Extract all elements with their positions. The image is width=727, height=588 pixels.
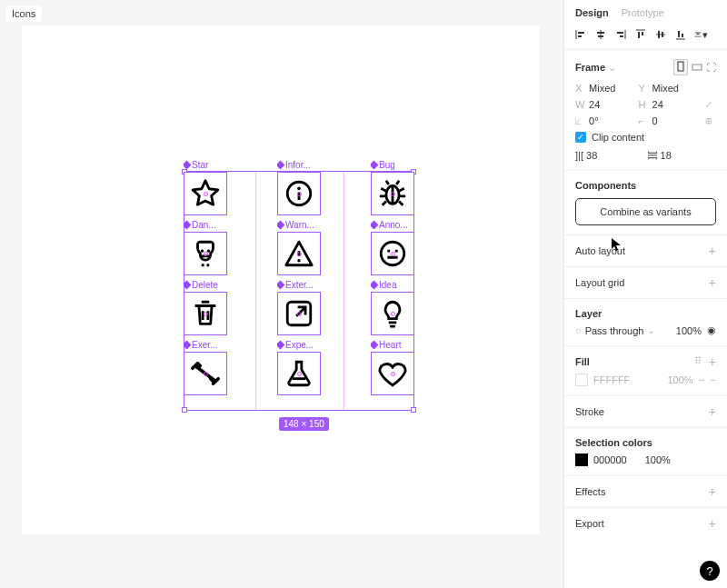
resize-portrait-icon[interactable]	[673, 59, 688, 75]
component-label: Infor...	[277, 160, 321, 170]
component-label: Exer...	[184, 340, 227, 350]
anno-icon[interactable]	[371, 232, 414, 275]
fill-styles-icon[interactable]: ⠿	[694, 355, 702, 368]
vgap-icon: ]|[	[648, 152, 659, 160]
align-left-icon[interactable]	[573, 27, 588, 42]
tab-prototype[interactable]: Prototype	[622, 7, 664, 18]
add-effect-button[interactable]: +	[709, 485, 716, 498]
component-label: Anno...	[371, 220, 414, 230]
danger-icon[interactable]	[184, 232, 227, 275]
align-hcenter-icon[interactable]	[593, 27, 608, 42]
add-layout-grid-button[interactable]: +	[709, 276, 716, 289]
opacity-input[interactable]: 100%	[676, 325, 702, 336]
exercise-component[interactable]: Exer...	[184, 340, 227, 395]
components-section: Components Combine as variants	[564, 171, 727, 235]
component-label: Delete	[184, 280, 227, 290]
star-icon[interactable]	[184, 172, 227, 215]
hgap-input[interactable]: 38	[586, 150, 597, 161]
bug-icon[interactable]	[371, 172, 414, 215]
fill-hex[interactable]: FFFFFF	[593, 374, 630, 385]
component-label: Dan...	[184, 220, 227, 230]
align-vcenter-icon[interactable]	[653, 27, 668, 42]
component-label: Expe...	[277, 340, 321, 350]
anno-component[interactable]: Anno...	[371, 220, 414, 275]
resize-landscape-icon[interactable]	[692, 62, 702, 73]
clip-content-checkbox[interactable]: ✓	[575, 132, 586, 143]
effects-label: Effects	[575, 486, 605, 497]
experiment-icon[interactable]	[277, 352, 321, 395]
external-icon[interactable]	[277, 292, 321, 335]
canvas-frame[interactable]: 148 × 150 StarInfor...BugDan...Warn...An…	[22, 25, 540, 534]
blend-mode-select[interactable]: Pass through	[585, 325, 644, 336]
mouse-cursor	[611, 237, 622, 254]
heart-component[interactable]: Heart	[371, 340, 414, 395]
fill-swatch[interactable]	[575, 374, 588, 386]
radius-icon: ⌐	[639, 115, 650, 126]
exercise-icon[interactable]	[184, 352, 227, 395]
rotation-icon: ⟀	[575, 115, 586, 126]
resize-fit-icon[interactable]: ⛶	[706, 62, 716, 73]
canvas-area[interactable]: Icons 148 × 150 StarInfor...BugDan...War…	[0, 0, 563, 588]
selection-color-hex[interactable]: 000000	[593, 454, 627, 465]
hgap-icon: ]|[	[575, 150, 583, 161]
component-label: Star	[184, 160, 227, 170]
bug-component[interactable]: Bug	[371, 160, 414, 215]
add-export-button[interactable]: +	[709, 517, 716, 530]
lock-aspect-icon[interactable]: ⤢	[702, 100, 716, 109]
heart-icon[interactable]	[371, 352, 414, 395]
info-icon[interactable]	[277, 172, 321, 215]
align-right-icon[interactable]	[613, 27, 628, 42]
tab-design[interactable]: Design	[575, 7, 609, 18]
component-label: Bug	[371, 160, 414, 170]
warn-icon[interactable]	[277, 232, 321, 275]
blend-icon: ○	[575, 325, 582, 336]
delete-icon[interactable]	[184, 292, 227, 335]
warn-component[interactable]: Warn...	[277, 220, 321, 275]
combine-as-variants-button[interactable]: Combine as variants	[575, 198, 716, 225]
experiment-component[interactable]: Expe...	[277, 340, 321, 395]
page-label: Icons	[5, 5, 42, 22]
independent-corners-icon[interactable]: ⊞	[702, 116, 716, 125]
star-component[interactable]: Star	[184, 160, 227, 215]
fill-hidden-icon[interactable]: ╌	[699, 374, 705, 386]
frame-label[interactable]: Frame	[575, 62, 605, 73]
info-component[interactable]: Infor...	[277, 160, 321, 215]
external-component[interactable]: Exter...	[277, 280, 321, 335]
component-label: Exter...	[277, 280, 321, 290]
y-input[interactable]: Mixed	[652, 83, 679, 94]
add-fill-button[interactable]: +	[709, 355, 716, 368]
add-stroke-button[interactable]: +	[709, 405, 716, 418]
inspector-panel: Design Prototype ▾ Frame ⌄ ⛶ X Mixed	[563, 0, 727, 588]
fill-opacity[interactable]: 100%	[667, 374, 692, 385]
help-button[interactable]: ?	[700, 561, 720, 581]
x-input[interactable]: Mixed	[589, 83, 615, 94]
distribute-icon[interactable]: ▾	[693, 27, 708, 42]
idea-component[interactable]: Idea	[371, 280, 414, 335]
h-input[interactable]: 24	[652, 99, 663, 110]
vgap-input[interactable]: 18	[661, 150, 672, 161]
align-top-icon[interactable]	[633, 27, 648, 42]
frame-section: Frame ⌄ ⛶ X Mixed Y Mixed W 24 H 24 ⤢ ⟀ …	[564, 50, 727, 171]
align-bottom-icon[interactable]	[673, 27, 688, 42]
add-auto-layout-button[interactable]: +	[709, 244, 716, 257]
svg-rect-1	[692, 65, 702, 70]
rotation-input[interactable]: 0°	[589, 115, 599, 126]
selection-color-opacity[interactable]: 100%	[645, 454, 671, 465]
delete-component[interactable]: Delete	[184, 280, 227, 335]
visibility-icon[interactable]: ◉	[707, 324, 716, 336]
layout-grid-label[interactable]: Layout grid	[575, 277, 624, 288]
stroke-label: Stroke	[575, 406, 604, 417]
remove-fill-button[interactable]: −	[711, 374, 716, 385]
danger-component[interactable]: Dan...	[184, 220, 227, 275]
w-input[interactable]: 24	[589, 99, 600, 110]
component-label: Idea	[371, 280, 414, 290]
idea-icon[interactable]	[371, 292, 414, 335]
selection-color-swatch[interactable]	[575, 453, 588, 466]
selection-dimensions-badge: 148 × 150	[279, 417, 329, 431]
component-label: Warn...	[277, 220, 321, 230]
component-label: Heart	[371, 340, 414, 350]
export-label: Export	[575, 518, 604, 529]
alignment-toolbar: ▾	[564, 24, 727, 50]
svg-rect-0	[678, 62, 683, 71]
radius-input[interactable]: 0	[652, 115, 658, 126]
